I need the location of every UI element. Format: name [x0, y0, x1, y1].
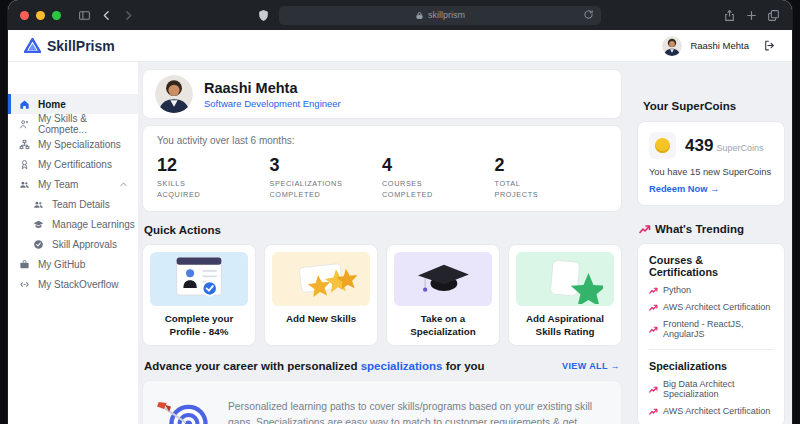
activity-title: You activity over last 6 months:	[157, 135, 607, 146]
trending-up-icon	[639, 223, 651, 235]
stat-label: SPECIALIZATIONS	[270, 179, 343, 188]
brand-name: SkillPrism	[47, 38, 115, 54]
traffic-lights	[20, 11, 61, 20]
banner-description: Personalized learning paths to cover ski…	[228, 399, 607, 424]
sidebar-item-specializations[interactable]: My Specializations	[8, 134, 138, 154]
trending-specialization-item[interactable]: Big Data Architect Specialization	[649, 379, 773, 399]
browser-chrome: skillprism	[8, 0, 792, 30]
trending-up-icon	[649, 286, 658, 295]
close-window-button[interactable]	[20, 11, 29, 20]
quick-action-label: Add New Skills	[272, 313, 370, 337]
trending-up-icon	[649, 303, 658, 312]
trending-course-item[interactable]: Frontend - ReactJS, AngularJS	[649, 319, 773, 339]
quick-action-label: Add Aspirational Skills Rating	[516, 313, 614, 338]
trending-up-icon	[649, 407, 658, 416]
specializations-heading: Specializations	[649, 360, 773, 372]
specializations-banner: Personalized learning paths to cover ski…	[142, 380, 622, 424]
sidebar-item-github[interactable]: My GitHub	[8, 254, 138, 274]
stars-illustration	[272, 252, 370, 306]
stat-skills-acquired: 12 SKILLSACQUIRED	[157, 155, 270, 200]
supercoins-title: Your SuperCoins	[643, 100, 785, 112]
chevron-up-icon	[119, 180, 128, 189]
courses-certifications-heading: Courses & Certifications	[649, 254, 773, 278]
medal-icon	[19, 159, 30, 170]
quick-action-specialization[interactable]: Take on a Specialization	[386, 244, 500, 345]
forward-icon[interactable]	[122, 9, 135, 22]
supercoins-message: You have 15 new SuperCoins	[649, 167, 773, 177]
logout-icon[interactable]	[763, 39, 776, 52]
sidebar-item-label: My Specializations	[38, 139, 121, 150]
sidebar-item-my-team[interactable]: My Team	[8, 174, 138, 194]
browser-window: skillprism SkillPrism Raashi Mehta Home	[8, 0, 792, 424]
sidebar-item-label: My StackOverflow	[38, 279, 119, 290]
minimize-window-button[interactable]	[36, 11, 45, 20]
zoom-window-button[interactable]	[52, 11, 61, 20]
profile-role[interactable]: Software Development Engineer	[204, 98, 341, 109]
sidebar-item-home[interactable]: Home	[8, 94, 138, 114]
profile-name: Raashi Mehta	[204, 79, 341, 97]
url-text: skillprism	[428, 10, 465, 20]
graduation-cap-illustration	[394, 252, 492, 306]
sidebar-toggle-icon[interactable]	[78, 9, 91, 22]
reload-icon[interactable]	[583, 9, 594, 20]
specializations-link[interactable]: specializations	[361, 360, 443, 372]
trending-up-icon	[649, 385, 658, 394]
sidebar-item-certifications[interactable]: My Certifications	[8, 154, 138, 174]
stat-value: 3	[270, 155, 383, 176]
supercoins-unit: SuperCoins	[716, 143, 763, 153]
user-avatar[interactable]	[662, 36, 682, 56]
profile-avatar	[155, 75, 193, 113]
trending-specialization-item[interactable]: AWS Architect Certification	[649, 406, 773, 416]
stat-label: TOTAL	[495, 179, 521, 188]
sidebar-item-label: Skill Approvals	[52, 239, 117, 250]
activity-summary: You activity over last 6 months: 12 SKIL…	[142, 125, 622, 212]
app-navbar: SkillPrism Raashi Mehta	[8, 30, 792, 62]
graduation-cap-icon	[33, 219, 44, 230]
new-tab-icon[interactable]	[745, 9, 758, 22]
sidebar-item-team-details[interactable]: Team Details	[8, 194, 138, 214]
divider	[649, 349, 773, 350]
team-icon	[19, 179, 30, 190]
quick-action-add-skills[interactable]: Add New Skills	[264, 244, 378, 345]
sidebar-item-skill-approvals[interactable]: Skill Approvals	[8, 234, 138, 254]
trending-course-item[interactable]: Python	[649, 285, 773, 295]
quick-action-label: Take on a Specialization	[394, 313, 492, 338]
badge-check-icon	[33, 239, 44, 250]
code-brackets-icon	[19, 279, 30, 290]
back-icon[interactable]	[100, 9, 113, 22]
sidebar-nav: Home My Skills & Compete... My Specializ…	[8, 62, 138, 424]
address-bar[interactable]: skillprism	[279, 6, 601, 25]
sidebar-item-label: My GitHub	[38, 259, 85, 270]
tab-overview-icon[interactable]	[767, 9, 780, 22]
supercoins-card: 439SuperCoins You have 15 new SuperCoins…	[637, 121, 785, 206]
home-icon	[19, 99, 30, 110]
stat-courses-completed: 4 COURSESCOMPLETED	[382, 155, 495, 200]
right-sidebar: Your SuperCoins 439SuperCoins You have 1…	[632, 62, 792, 424]
trending-up-icon	[649, 325, 658, 334]
quick-action-aspirational-skills[interactable]: Add Aspirational Skills Rating	[508, 244, 622, 345]
stat-label: COURSES	[382, 179, 422, 188]
trending-course-item[interactable]: AWS Architect Certification	[649, 302, 773, 312]
user-name: Raashi Mehta	[690, 40, 749, 51]
team-icon	[33, 199, 44, 210]
quick-action-complete-profile[interactable]: Complete your Profile - 84%	[142, 244, 256, 345]
sidebar-item-skills[interactable]: My Skills & Compete...	[8, 114, 138, 134]
supercoins-count: 439	[685, 136, 713, 155]
sidebar-item-label: My Certifications	[38, 159, 112, 170]
briefcase-icon	[19, 259, 30, 270]
view-all-link[interactable]: VIEW ALL →	[562, 361, 620, 371]
shield-icon[interactable]	[257, 9, 270, 22]
brand[interactable]: SkillPrism	[24, 37, 115, 54]
share-icon[interactable]	[723, 9, 736, 22]
sidebar-item-label: Team Details	[52, 199, 110, 210]
sidebar-item-manage-learnings[interactable]: Manage Learnings	[8, 214, 138, 234]
redeem-now-link[interactable]: Redeem Now →	[649, 184, 773, 194]
profile-illustration	[150, 252, 248, 306]
sidebar-item-stackoverflow[interactable]: My StackOverflow	[8, 274, 138, 294]
stat-value: 2	[495, 155, 608, 176]
lock-icon	[415, 11, 424, 20]
trending-card: Courses & Certifications Python AWS Arch…	[637, 243, 785, 424]
sidebar-item-label: My Skills & Compete...	[38, 113, 138, 135]
stat-value: 12	[157, 155, 270, 176]
stat-specializations-completed: 3 SPECIALIZATIONSCOMPLETED	[270, 155, 383, 200]
